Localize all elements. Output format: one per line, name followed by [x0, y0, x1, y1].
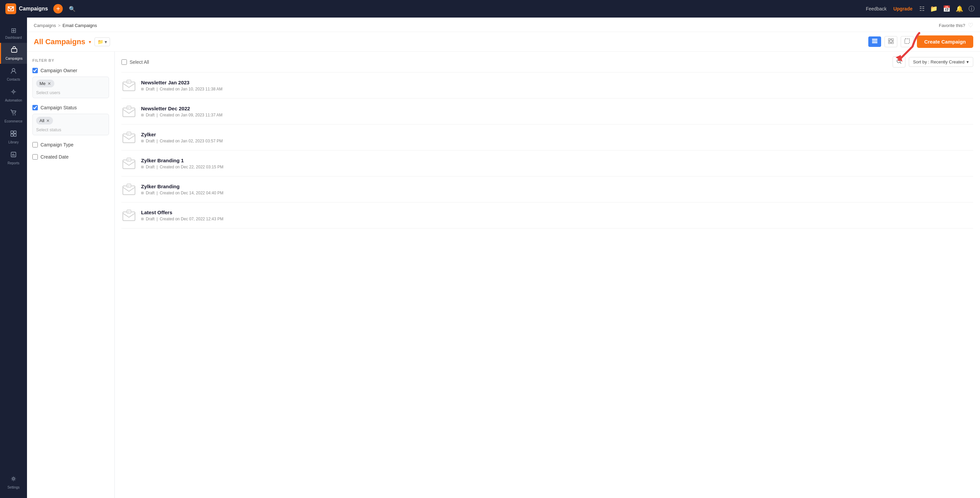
filter-status-tag: All ✕ [36, 117, 53, 124]
sidebar-label-reports: Reports [8, 161, 19, 165]
add-button[interactable]: + [53, 4, 63, 13]
sidebar-item-dashboard[interactable]: ⊞ Dashboard [0, 23, 27, 43]
sidebar-item-ecommerce[interactable]: Ecommerce [0, 106, 27, 127]
library-icon [10, 130, 17, 139]
filter-status-placeholder[interactable]: Select status [36, 127, 105, 132]
status-dot-1 [141, 88, 144, 91]
list-item[interactable]: Zylker Branding Draft | Created on Dec 1… [121, 177, 973, 202]
campaign-meta-6: Draft | Created on Dec 07, 2022 12:43 PM [141, 216, 973, 221]
page-title: All Campaigns [34, 37, 85, 46]
campaign-info-5: Zylker Branding Draft | Created on Dec 1… [141, 183, 973, 195]
campaign-name-3: Zylker [141, 132, 973, 137]
main-content: FILTER BY Campaign Owner Me ✕ Select use… [27, 52, 980, 498]
top-nav: Campaigns + 🔍 Feedback Upgrade ☷ 📁 📅 🔔 ⓘ [0, 0, 980, 18]
campaign-meta-5: Draft | Created on Dec 14, 2022 04:40 PM [141, 191, 973, 195]
favorite-area: Favorite this? ♡ [939, 22, 973, 29]
svg-rect-8 [14, 131, 16, 133]
campaigns-icon [10, 46, 18, 55]
filter-date-checkbox[interactable] [32, 154, 38, 159]
filter-status-label: Campaign Status [40, 105, 76, 110]
select-all-area: Select All [121, 59, 149, 65]
list-item[interactable]: Newsletter Jan 2023 Draft | Created on J… [121, 73, 973, 99]
breadcrumb-parent[interactable]: Campaigns [34, 23, 56, 28]
list-search-button[interactable] [892, 56, 905, 67]
status-dot-4 [141, 165, 144, 169]
settings-icon [10, 475, 17, 484]
bell-icon[interactable]: 🔔 [956, 5, 963, 13]
create-campaign-button[interactable]: Create Campaign [917, 35, 973, 48]
sidebar-label-ecommerce: Ecommerce [5, 119, 22, 123]
select-all-label[interactable]: Select All [130, 59, 149, 65]
campaign-name-6: Latest Offers [141, 210, 973, 215]
view-select-button[interactable] [901, 36, 913, 47]
filter-type-header: Campaign Type [32, 142, 109, 148]
svg-rect-13 [872, 39, 877, 40]
filter-type-label: Campaign Type [40, 142, 73, 148]
campaign-created-3: Created on Jan 02, 2023 03:57 PM [160, 138, 223, 143]
page-title-area: All Campaigns ▾ 📁 ▾ [34, 37, 110, 46]
filter-by-label: FILTER BY [32, 58, 109, 62]
filter-status-checkbox[interactable] [32, 105, 38, 110]
filter-owner-tag-area: Me ✕ Select users [32, 76, 109, 98]
svg-rect-18 [888, 42, 890, 44]
title-dropdown-icon[interactable]: ▾ [89, 39, 91, 45]
filter-status-tag-remove[interactable]: ✕ [46, 118, 49, 123]
sidebar-item-reports[interactable]: Reports [0, 148, 27, 169]
list-item[interactable]: Zylker Draft | Created on Jan 02, 2023 0… [121, 124, 973, 151]
sidebar-item-automation[interactable]: Automation [0, 85, 27, 106]
svg-rect-2 [11, 49, 17, 52]
sidebar-item-library[interactable]: Library [0, 127, 27, 148]
filter-sidebar: FILTER BY Campaign Owner Me ✕ Select use… [27, 52, 115, 498]
filter-owner-label: Campaign Owner [40, 68, 77, 73]
svg-rect-19 [892, 42, 894, 44]
view-list-button[interactable] [868, 37, 881, 47]
folder-icon[interactable]: 📁 [930, 5, 937, 13]
sidebar-label-contacts: Contacts [7, 78, 20, 81]
status-dot-6 [141, 218, 144, 220]
view-grid-button[interactable] [885, 36, 897, 47]
campaign-meta-2: Draft | Created on Jan 09, 2023 11:37 AM [141, 113, 973, 118]
favorite-label: Favorite this? [939, 23, 965, 28]
folder-button[interactable]: 📁 ▾ [94, 37, 110, 46]
main-layout: ⊞ Dashboard Campaigns Contacts [0, 18, 980, 498]
filter-type-checkbox[interactable] [32, 142, 38, 148]
sidebar-item-settings[interactable]: Settings [0, 472, 27, 493]
list-item[interactable]: Zylker Branding 1 Draft | Created on Dec… [121, 151, 973, 177]
calendar-icon[interactable]: 📅 [943, 5, 950, 13]
help-icon[interactable]: ⓘ [969, 5, 975, 13]
svg-rect-0 [5, 3, 16, 14]
search-icon-top[interactable]: 🔍 [69, 6, 76, 12]
svg-rect-31 [127, 184, 131, 187]
heart-icon[interactable]: ♡ [968, 22, 973, 29]
campaign-info-4: Zylker Branding 1 Draft | Created on Dec… [141, 158, 973, 169]
sidebar-item-contacts[interactable]: Contacts [0, 64, 27, 85]
feedback-link[interactable]: Feedback [866, 6, 886, 11]
campaign-separator-2: | [157, 113, 158, 118]
list-item[interactable]: Newsletter Dec 2022 Draft | Created on J… [121, 99, 973, 124]
svg-point-12 [13, 478, 14, 480]
select-all-checkbox[interactable] [121, 59, 127, 65]
list-item[interactable]: Latest Offers Draft | Created on Dec 07,… [121, 202, 973, 228]
filter-owner-placeholder[interactable]: Select users [36, 90, 105, 95]
sidebar-label-automation: Automation [5, 99, 22, 102]
svg-rect-17 [892, 38, 894, 40]
campaign-separator-6: | [157, 216, 158, 221]
campaign-info-1: Newsletter Jan 2023 Draft | Created on J… [141, 80, 973, 91]
filter-owner-checkbox[interactable] [32, 68, 38, 73]
sort-dropdown[interactable]: Sort by : Recently Created ▾ [909, 57, 973, 67]
svg-rect-7 [11, 131, 13, 133]
breadcrumb-current: Email Campaigns [62, 23, 97, 28]
filter-owner-tag-remove[interactable]: ✕ [48, 81, 51, 86]
sidebar-item-campaigns[interactable]: Campaigns [0, 43, 27, 64]
lines-icon[interactable]: ☷ [919, 5, 925, 13]
svg-rect-29 [127, 158, 131, 161]
campaign-icon-6 [121, 208, 136, 223]
campaign-created-2: Created on Jan 09, 2023 11:37 AM [160, 113, 223, 118]
upgrade-link[interactable]: Upgrade [893, 6, 913, 11]
campaign-name-4: Zylker Branding 1 [141, 158, 973, 163]
campaign-status-6: Draft [146, 216, 154, 221]
filter-owner-header: Campaign Owner [32, 68, 109, 73]
svg-rect-27 [127, 132, 131, 135]
svg-rect-16 [888, 38, 890, 40]
ecommerce-icon [10, 109, 17, 118]
